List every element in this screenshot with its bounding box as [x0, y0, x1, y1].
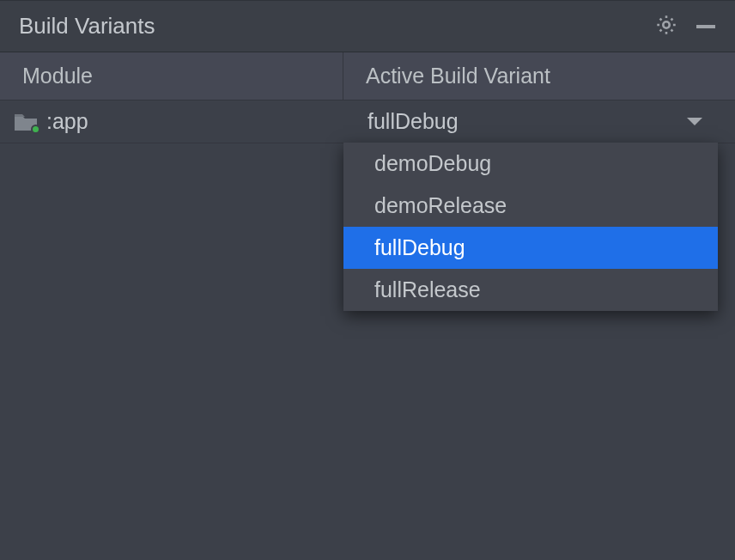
minimize-button[interactable] — [689, 9, 723, 44]
dropdown-item-label: demoDebug — [374, 151, 491, 176]
dropdown-item-fullDebug[interactable]: fullDebug — [343, 227, 718, 269]
titlebar-actions — [649, 9, 723, 44]
panel-body: :app fullDebug demoDebug demoRelease ful… — [0, 100, 735, 560]
variant-dropdown: demoDebug demoRelease fullDebug fullRele… — [343, 143, 718, 311]
dropdown-item-fullRelease[interactable]: fullRelease — [343, 269, 718, 311]
gear-icon — [654, 13, 678, 40]
dropdown-item-demoRelease[interactable]: demoRelease — [343, 185, 718, 227]
chevron-down-icon — [687, 118, 702, 125]
panel-title: Build Variants — [19, 13, 649, 40]
variant-value: fullDebug — [368, 109, 459, 134]
settings-button[interactable] — [649, 9, 683, 44]
table-row: :app fullDebug — [0, 100, 735, 143]
module-header: Module — [0, 52, 343, 100]
status-dot-icon — [31, 125, 40, 134]
variant-cell[interactable]: fullDebug — [343, 100, 718, 143]
column-headers: Module Active Build Variant — [0, 52, 735, 100]
folder-icon — [14, 113, 38, 131]
dropdown-item-demoDebug[interactable]: demoDebug — [343, 143, 718, 185]
module-name: :app — [46, 109, 88, 134]
panel-titlebar: Build Variants — [0, 1, 735, 52]
variant-header: Active Build Variant — [343, 52, 735, 100]
build-variants-panel: Build Variants Module Active Build Varia… — [0, 0, 735, 560]
module-cell[interactable]: :app — [0, 100, 343, 143]
dropdown-item-label: fullRelease — [374, 277, 481, 302]
minimize-icon — [696, 25, 715, 28]
dropdown-item-label: fullDebug — [374, 235, 465, 260]
svg-point-0 — [663, 21, 669, 27]
dropdown-item-label: demoRelease — [374, 193, 507, 218]
